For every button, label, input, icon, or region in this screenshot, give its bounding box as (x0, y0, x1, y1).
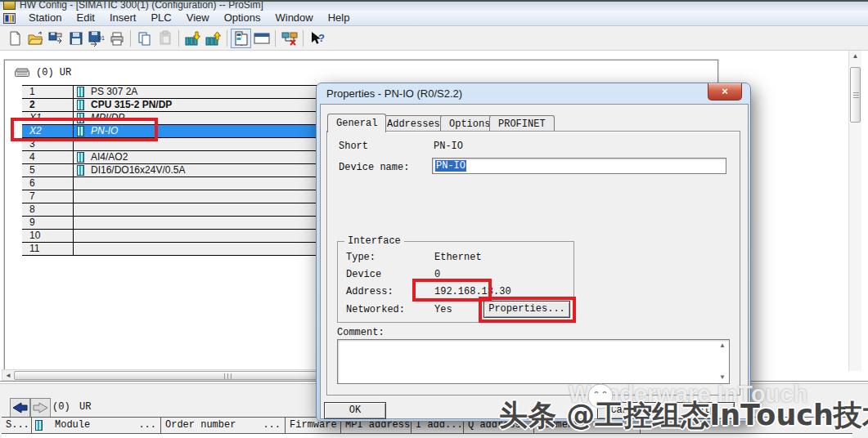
menubar: Station Edit Insert PLC View Options Win… (0, 11, 868, 26)
navigate-forward-button[interactable] (30, 398, 51, 418)
forward-arrow-icon (32, 401, 49, 414)
print-icon[interactable] (106, 29, 127, 48)
save-compile-icon[interactable]: 01 (86, 29, 106, 48)
properties-dialog: Properties - PN-IO (R0/S2.2) × General A… (316, 83, 751, 422)
networked-value: Yes (434, 304, 452, 315)
menu-view[interactable]: View (179, 11, 217, 25)
help-button[interactable]: Help (672, 402, 735, 419)
module-icon (77, 100, 84, 110)
ok-button[interactable]: OK (324, 402, 386, 419)
annotation-box-pnio-row (11, 118, 158, 141)
dialog-title: Properties - PN-IO (R0/S2.2) (326, 87, 462, 100)
bottom-rack-name: UR (79, 401, 91, 413)
close-icon[interactable]: × (708, 83, 742, 101)
short-label: Short (339, 141, 368, 152)
menu-options[interactable]: Options (217, 11, 268, 25)
vscroll-thumb[interactable] (850, 67, 861, 123)
device-name-input[interactable]: PN-IO (432, 158, 726, 174)
catalog-icon[interactable] (231, 29, 251, 48)
short-value: PN-IO (434, 141, 463, 152)
device-name-selected-text: PN-IO (435, 160, 466, 172)
comment-textarea[interactable]: ▲ ▼ (337, 339, 730, 384)
station-window-icon[interactable] (251, 29, 272, 48)
menu-edit[interactable]: Edit (69, 11, 101, 25)
save-icon[interactable] (65, 29, 86, 48)
svg-text:01: 01 (98, 35, 105, 41)
vscroll-grip (853, 92, 859, 100)
module-icon (77, 165, 84, 176)
upload-icon[interactable] (203, 29, 223, 48)
module-icon (35, 420, 43, 431)
window-title: HW Config - [SIMATIC 300(1) (Configurati… (20, 0, 263, 11)
vertical-scrollbar[interactable]: ▲ (848, 51, 861, 371)
open-folder-icon[interactable] (25, 29, 45, 48)
scroll-up-icon[interactable]: ▲ (849, 52, 861, 62)
comment-label: Comment: (337, 327, 385, 338)
toolbar: 01 ? (0, 26, 868, 51)
rack-header: (0) UR (15, 67, 71, 78)
navigate-back-button[interactable] (10, 398, 30, 418)
address-label: Address: (346, 286, 394, 297)
module-icon (77, 87, 84, 97)
bottom-rack-ref: (0) (52, 401, 70, 413)
toolbar-separator (130, 30, 131, 47)
module-icon (77, 152, 84, 163)
scroll-left-icon[interactable]: ◄ (3, 371, 13, 380)
rack-icon (15, 68, 30, 78)
networked-label: Networked: (346, 304, 405, 315)
comment-scroll-up-icon[interactable]: ▲ (717, 342, 727, 350)
menu-insert[interactable]: Insert (102, 11, 144, 25)
back-arrow-icon (11, 401, 29, 414)
rack-label: (0) UR (36, 67, 71, 78)
column-header-order-number[interactable]: Order number... (161, 418, 286, 433)
dialog-content: General Addresses Options PROFINET Short… (320, 104, 749, 419)
type-label: Type: (346, 252, 376, 263)
help-cursor-icon[interactable]: ? (307, 29, 327, 48)
tab-addresses[interactable]: Addresses (378, 115, 449, 132)
save-station-icon[interactable] (45, 29, 65, 48)
app-icon (3, 0, 16, 10)
device-name-label: Device name: (339, 162, 409, 173)
type-value: Ethernet (434, 252, 482, 263)
app-titlebar: HW Config - [SIMATIC 300(1) (Configurati… (0, 0, 868, 11)
interface-legend: Interface (344, 235, 404, 247)
tab-general[interactable]: General (327, 114, 386, 132)
toolbar-separator (178, 30, 179, 47)
svg-text:?: ? (318, 32, 325, 44)
hscroll-grip (224, 373, 232, 379)
annotation-box-properties-button (479, 297, 576, 323)
comment-scroll-down-icon[interactable]: ▼ (717, 373, 727, 382)
download-icon[interactable] (182, 29, 203, 48)
new-document-icon[interactable] (4, 29, 25, 48)
hwconfig-document-icon (3, 12, 16, 25)
menu-station[interactable]: Station (21, 11, 69, 25)
toolbar-separator (227, 30, 227, 47)
device-label: Device (346, 269, 381, 280)
menu-window[interactable]: Window (268, 11, 320, 25)
menu-plc[interactable]: PLC (143, 11, 178, 25)
tab-profinet[interactable]: PROFINET (489, 115, 555, 132)
paste-icon (155, 29, 175, 48)
copy-icon[interactable] (134, 29, 155, 48)
toolbar-separator (275, 30, 276, 47)
network-icon[interactable] (279, 29, 299, 48)
cancel-button[interactable]: Cancel (597, 402, 659, 419)
menu-help[interactable]: Help (321, 11, 358, 25)
module-table-rows (2, 434, 852, 438)
column-header-slot[interactable]: S... (2, 418, 32, 433)
toolbar-separator (303, 30, 304, 47)
column-header-module[interactable]: Module... (32, 418, 161, 433)
